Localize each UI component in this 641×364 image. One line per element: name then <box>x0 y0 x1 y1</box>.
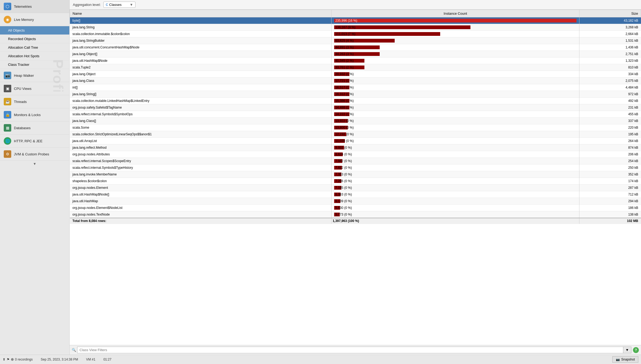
flag-icon[interactable]: ⚑ <box>7 358 10 361</box>
table-row[interactable]: scala.Tuple2 33,761 (2 %) 810 kB <box>70 64 641 71</box>
row-instance-count: 111,013 (7 %) <box>331 31 579 37</box>
sidebar-item-recorded-objects[interactable]: Recorded Objects <box>0 35 69 43</box>
table-row[interactable]: java.lang.reflect.Method 9,933 (0 %) 874… <box>70 144 641 151</box>
table-row[interactable]: org.jsoup.nodes.Element 7,195 (0 %) 287 … <box>70 185 641 191</box>
row-size: 220 kB <box>579 124 641 131</box>
row-size: 231 kB <box>579 104 641 111</box>
sidebar-sub-label: Allocation Call Tree <box>8 45 38 49</box>
row-size: 874 kB <box>579 144 641 151</box>
filter-help-button[interactable]: ? <box>633 347 639 353</box>
row-name: scala.reflect.internal.Scopes$ScopeEntry <box>70 158 331 164</box>
table-row[interactable]: java.util.concurrent.ConcurrentHashMap$N… <box>70 44 641 51</box>
row-instance-count: 11,039 (0 %) <box>331 138 579 144</box>
table-total-row: Total from 8,084 rows: 1,397,963 (100 %)… <box>70 218 641 224</box>
sidebar-item-jvm-custom[interactable]: ⚙ JVM & Custom Probes <box>0 148 69 161</box>
objects-table: Name Instance Count Size byte[] 235,996 … <box>70 10 641 224</box>
table-row[interactable]: org.jsoup.safety.Safelist$TagName 14,488… <box>70 104 641 111</box>
row-name: org.jsoup.nodes.Attributes <box>70 151 331 158</box>
databases-icon: ▦ <box>4 124 11 132</box>
row-size: 334 kB <box>579 71 641 78</box>
table-row[interactable]: java.util.HashMap$Node 41,345 (2 %) 1,32… <box>70 58 641 64</box>
col-instance-count[interactable]: Instance Count <box>331 10 579 17</box>
sidebar-sub-label: Class Tracker <box>8 63 29 67</box>
time-text: 01:27 <box>103 358 111 361</box>
row-size: 972 kB <box>579 91 641 98</box>
row-size: 492 kB <box>579 98 641 104</box>
table-row[interactable]: scala.reflect.internal.Symbols$SymbolOps… <box>70 111 641 118</box>
sidebar-item-threads[interactable]: ☕ Threads <box>0 95 69 108</box>
table-row[interactable]: java.lang.Object[] 44,263 (3 %) 2,751 kB <box>70 51 641 58</box>
table-row[interactable]: byte[] 235,996 (16 %) 43,182 kB <box>70 17 641 24</box>
filter-input[interactable] <box>77 347 623 353</box>
table-row[interactable]: java.lang.String[] 16,312 (1 %) 972 kB <box>70 91 641 98</box>
row-name: java.lang.reflect.Method <box>70 144 331 151</box>
sidebar-item-class-tracker[interactable]: Class Tracker <box>0 60 69 69</box>
table-row[interactable]: java.util.HashMap$Node[] 6,383 (0 %) 712… <box>70 191 641 198</box>
row-name: scala.reflect.internal.Symbols$TypeHisto… <box>70 164 331 171</box>
table-row[interactable]: org.jsoup.nodes.Element$NodeList 5,830 (… <box>70 205 641 211</box>
total-size: 102 MB <box>579 218 641 224</box>
table-row[interactable]: java.lang.Class[] 13,922 (0 %) 337 kB <box>70 118 641 124</box>
sidebar-item-heap-walker[interactable]: 📷 Heap Walker Profiler <box>0 69 69 82</box>
sidebar-scroll-down[interactable]: ▼ <box>0 161 69 167</box>
sidebar-item-telemetries[interactable]: ⬡ Telemetries <box>0 0 69 13</box>
table-row[interactable]: java.lang.Class 17,721 (1 %) 2,075 kB <box>70 78 641 84</box>
table-row[interactable]: org.jsoup.nodes.Attributes 8,624 (0 %) 2… <box>70 151 641 158</box>
sidebar-item-http-rpc-jee[interactable]: 🌐 HTTP, RPC & JEE <box>0 135 69 148</box>
row-name: scala.collection.StrictOptimizedLinearSe… <box>70 131 331 138</box>
filter-dropdown-button[interactable]: ▼ <box>623 347 631 353</box>
row-size: 810 kB <box>579 64 641 71</box>
sidebar-item-databases[interactable]: ▦ Databases <box>0 121 69 135</box>
table-row[interactable]: org.jsoup.nodes.TextNode 5,773 (0 %) 138… <box>70 211 641 218</box>
row-instance-count: 14,488 (1 %) <box>331 104 579 111</box>
table-row[interactable]: scala.Some 13,800 (0 %) 220 kB <box>70 124 641 131</box>
table-row[interactable]: scala.collection.mutable.LinkedHashMap$L… <box>70 98 641 104</box>
col-size[interactable]: Size <box>579 10 641 17</box>
table-row[interactable]: java.util.HashMap 6,139 (0 %) 294 kB <box>70 198 641 205</box>
sidebar-item-monitors-locks[interactable]: 🔒 Monitors & Locks <box>0 108 69 121</box>
sidebar-sub-label: Recorded Objects <box>8 37 36 41</box>
time-display: 01:27 <box>103 358 111 361</box>
row-instance-count: 7,266 (0 %) <box>331 178 579 185</box>
dropdown-arrow: ▼ <box>130 3 133 7</box>
table-row[interactable]: java.lang.String 136,167 (9 %) 3,268 kB <box>70 24 641 31</box>
table-row[interactable]: java.lang.invoke.MemberName 7,353 (0 %) … <box>70 171 641 178</box>
table-row[interactable]: java.util.ArrayList 11,039 (0 %) 264 kB <box>70 138 641 144</box>
vm-label: VM #1 <box>86 358 95 361</box>
row-name: java.util.HashMap$Node[] <box>70 191 331 198</box>
row-name: byte[] <box>70 17 331 24</box>
aggregation-label: Aggregation level: <box>73 3 101 7</box>
http-icon: 🌐 <box>4 137 11 145</box>
row-name: org.jsoup.nodes.TextNode <box>70 211 331 218</box>
row-instance-count: 33,761 (2 %) <box>331 64 579 71</box>
sidebar-item-allocation-hot-spots[interactable]: Allocation Hot Spots <box>0 52 69 60</box>
table-row[interactable]: int[] 16,517 (1 %) 4,484 kB <box>70 84 641 91</box>
sidebar-item-allocation-call-tree[interactable]: Allocation Call Tree <box>0 43 69 52</box>
monitors-icon: 🔒 <box>4 111 11 118</box>
row-instance-count: 9,933 (0 %) <box>331 144 579 151</box>
row-name: java.util.ArrayList <box>70 138 331 144</box>
table-row[interactable]: shapeless.$colon$colon 7,266 (0 %) 174 k… <box>70 178 641 185</box>
row-size: 254 kB <box>579 158 641 164</box>
aggregation-dropdown[interactable]: C Classes ▼ <box>103 2 135 8</box>
table-row[interactable]: java.lang.StringBuilder 63,825 (4 %) 1,5… <box>70 37 641 44</box>
snapshot-button[interactable]: 📷 Snapshot <box>612 356 638 363</box>
main-content: Aggregation level: C Classes ▼ Name Inst… <box>70 0 641 355</box>
table-row[interactable]: scala.reflect.internal.Scopes$ScopeEntry… <box>70 158 641 164</box>
table-row[interactable]: scala.collection.immutable.$colon$colon … <box>70 31 641 37</box>
table-row[interactable]: scala.reflect.internal.Symbols$TypeHisto… <box>70 164 641 171</box>
dropdown-value: Classes <box>109 3 122 7</box>
row-instance-count: 16,517 (1 %) <box>331 84 579 91</box>
row-name: java.util.HashMap$Node <box>70 58 331 64</box>
search-icon: 🔍 <box>72 348 76 352</box>
cpu-icon: ▣ <box>4 85 11 92</box>
vm-display: VM #1 <box>86 358 95 361</box>
jvm-icon: ⚙ <box>4 150 11 158</box>
up-arrow-icon[interactable]: ⬆ <box>3 358 5 361</box>
sidebar-item-cpu-views[interactable]: ▣ CPU Views <box>0 82 69 95</box>
table-row[interactable]: java.lang.Object 20,932 (1 %) 334 kB <box>70 71 641 78</box>
sidebar-item-all-objects[interactable]: All Objects <box>0 26 69 35</box>
col-name[interactable]: Name <box>70 10 331 17</box>
sidebar-item-live-memory[interactable]: ◉ Live Memory <box>0 13 69 26</box>
table-row[interactable]: scala.collection.StrictOptimizedLinearSe… <box>70 131 641 138</box>
